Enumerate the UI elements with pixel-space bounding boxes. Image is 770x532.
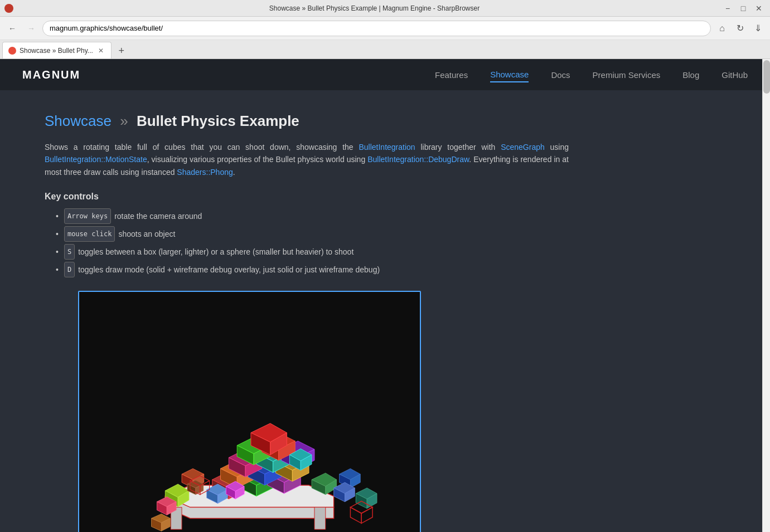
link-debug-draw[interactable]: BulletIntegration::DebugDraw [367, 155, 469, 164]
link-shaders-phong[interactable]: Shaders::Phong [177, 168, 233, 177]
tabs-bar: Showcase » Bullet Phy... ✕ + [0, 40, 770, 59]
download-button[interactable]: ⇓ [750, 21, 766, 36]
tab-label: Showcase » Bullet Phy... [20, 47, 93, 55]
forward-button[interactable]: → [23, 21, 39, 36]
control-item-mouse: mouse click shoots an object [56, 226, 569, 242]
minimize-button[interactable]: − [721, 2, 734, 15]
site-logo: MAGNUM [22, 69, 80, 81]
control-item-arrow: Arrow keys rotate the camera around [56, 208, 569, 224]
webgl-canvas[interactable] [78, 291, 421, 532]
desc-text-3: using [545, 143, 569, 152]
content-area: Showcase » Bullet Physics Example Shows … [0, 90, 613, 532]
key-mouse-click: mouse click [64, 226, 115, 242]
svg-marker-4 [314, 507, 326, 530]
scrollbar-track [762, 59, 770, 532]
new-tab-button[interactable]: + [114, 43, 129, 58]
key-controls-heading: Key controls [45, 192, 569, 202]
nav-features[interactable]: Features [435, 68, 468, 82]
window-title: Showcase » Bullet Physics Example | Magn… [17, 4, 732, 12]
link-scene-graph[interactable]: SceneGraph [501, 143, 545, 152]
desc-text-6: . [233, 168, 235, 177]
nav-showcase[interactable]: Showcase [490, 67, 529, 82]
close-button[interactable]: ✕ [752, 2, 766, 15]
page-title: Bullet Physics Example [137, 113, 299, 129]
address-bar-icons: ⌂ ↻ ⇓ [714, 21, 766, 36]
control-desc-2: toggles between a box (larger, lighter) … [78, 244, 353, 260]
tab-favicon [8, 47, 16, 55]
desc-text-4: , visualizing various properties of the … [147, 155, 368, 164]
link-bullet-integration[interactable]: BulletIntegration [359, 143, 415, 152]
tab-active[interactable]: Showcase » Bullet Phy... ✕ [2, 42, 112, 58]
key-arrow-keys: Arrow keys [64, 208, 111, 224]
bullet-physics-scene [79, 292, 420, 532]
control-desc-0: rotate the camera around [114, 208, 202, 224]
key-s: S [64, 244, 75, 260]
address-bar: ← → ⌂ ↻ ⇓ [0, 17, 770, 40]
site-navigation: MAGNUM Features Showcase Docs Premium Se… [0, 59, 770, 90]
title-bar: Showcase » Bullet Physics Example | Magn… [0, 0, 770, 17]
scrollbar-thumb[interactable] [763, 60, 770, 94]
nav-blog[interactable]: Blog [682, 68, 699, 82]
nav-github[interactable]: GitHub [721, 68, 748, 82]
tab-close-button[interactable]: ✕ [96, 46, 105, 55]
link-motion-state[interactable]: BulletIntegration::MotionState [45, 155, 147, 164]
control-item-d: D toggles draw mode (solid + wireframe d… [56, 262, 569, 277]
desc-text-1: Shows a rotating table full of cubes tha… [45, 143, 359, 152]
nav-docs[interactable]: Docs [551, 68, 570, 82]
page-description: Shows a rotating table full of cubes tha… [45, 141, 569, 178]
control-desc-1: shoots an object [118, 226, 175, 242]
key-d: D [64, 262, 75, 277]
nav-premium-services[interactable]: Premium Services [593, 68, 661, 82]
breadcrumb: Showcase » Bullet Physics Example [45, 113, 569, 130]
breadcrumb-separator: » [120, 113, 128, 129]
window-controls: − □ ✕ [721, 2, 766, 15]
refresh-button[interactable]: ↻ [732, 21, 748, 36]
controls-list: Arrow keys rotate the camera around mous… [45, 208, 569, 277]
restore-button[interactable]: □ [737, 2, 750, 15]
back-button[interactable]: ← [4, 21, 20, 36]
control-item-s: S toggles between a box (larger, lighter… [56, 244, 569, 260]
breadcrumb-link[interactable]: Showcase [45, 113, 112, 129]
home-button[interactable]: ⌂ [714, 21, 730, 36]
control-desc-3: toggles draw mode (solid + wireframe deb… [78, 262, 380, 277]
window-favicon [4, 4, 13, 13]
site-wrapper: MAGNUM Features Showcase Docs Premium Se… [0, 59, 770, 532]
desc-text-2: library together with [415, 143, 501, 152]
url-input[interactable] [42, 21, 711, 36]
